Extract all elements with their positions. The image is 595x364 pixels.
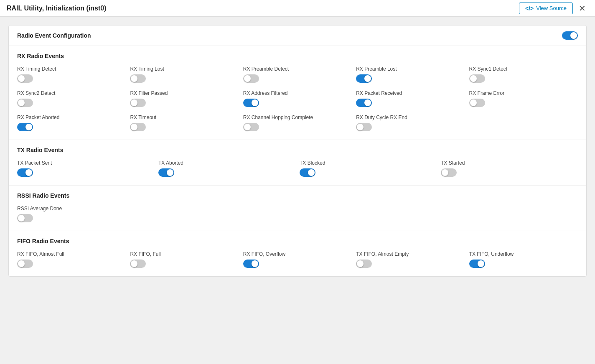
- toggle-track-rx-3: [356, 74, 372, 83]
- toggle-item-fifo-0: RX FIFO, Almost Full: [17, 251, 126, 268]
- toggle-track-tx-2: [300, 168, 315, 177]
- toggle-item-rx-1: RX Timing Lost: [130, 66, 239, 83]
- toggle-switch-rx-6[interactable]: [130, 99, 146, 107]
- page-title: RAIL Utility, Initialization (inst0): [7, 5, 107, 12]
- toggle-item-rx-7: RX Address Filtered: [243, 90, 352, 107]
- toggle-switch-rx-10[interactable]: [17, 123, 33, 131]
- toggle-item-rx-11: RX Timeout: [130, 115, 239, 131]
- toggle-label-rx-1: RX Timing Lost: [130, 66, 239, 72]
- toggle-track-fifo-2: [243, 260, 259, 268]
- toggle-label-rx-0: RX Timing Detect: [17, 66, 126, 72]
- toggle-track-rx-11: [130, 123, 146, 131]
- toggle-track-fifo-4: [469, 260, 485, 268]
- title-bar: RAIL Utility, Initialization (inst0) </>…: [0, 0, 595, 17]
- toggle-thumb-fifo-1: [131, 260, 137, 267]
- toggle-switch-rx-8[interactable]: [356, 99, 372, 107]
- toggle-switch-rx-1[interactable]: [130, 74, 146, 83]
- toggle-switch-rx-12[interactable]: [243, 123, 259, 131]
- toggle-switch-tx-1[interactable]: [158, 168, 174, 177]
- toggle-track-tx-1: [158, 168, 174, 177]
- section-fifo-title: FIFO Radio Events: [17, 238, 578, 244]
- toggle-track-rx-9: [469, 99, 485, 107]
- toggle-thumb-fifo-4: [478, 260, 484, 267]
- toggle-thumb-rx-12: [244, 124, 251, 130]
- radio-event-config-card: Radio Event Configuration RX Radio Event…: [8, 25, 587, 277]
- toggle-label-rx-6: RX Filter Passed: [130, 90, 239, 96]
- toggle-switch-tx-0[interactable]: [17, 168, 33, 177]
- toggle-label-tx-0: TX Packet Sent: [17, 160, 154, 166]
- toggle-label-fifo-4: TX FIFO, Underflow: [469, 251, 578, 257]
- toggle-label-fifo-3: TX FIFO, Almost Empty: [356, 251, 465, 257]
- toggle-item-rx-8: RX Packet Received: [356, 90, 465, 107]
- toggle-item-rx-10: RX Packet Aborted: [17, 115, 126, 131]
- toggle-thumb-rx-13: [357, 124, 364, 130]
- toggle-track-rx-4: [469, 74, 485, 83]
- toggle-item-tx-3: TX Started: [441, 160, 578, 177]
- toggle-switch-tx-3[interactable]: [441, 168, 457, 177]
- toggle-item-rx-3: RX Preamble Lost: [356, 66, 465, 83]
- toggle-switch-rx-3[interactable]: [356, 74, 372, 83]
- toggle-item-tx-2: TX Blocked: [300, 160, 437, 177]
- toggle-track-rx-12: [243, 123, 259, 131]
- toggle-track-rx-7: [243, 99, 259, 107]
- toggle-switch-fifo-3[interactable]: [356, 260, 372, 268]
- toggle-switch-rx-7[interactable]: [243, 99, 259, 107]
- toggle-thumb-rx-0: [18, 75, 25, 82]
- toggle-item-tx-0: TX Packet Sent: [17, 160, 154, 177]
- toggle-switch-rx-13[interactable]: [356, 123, 372, 131]
- toggle-switch-fifo-4[interactable]: [469, 260, 485, 268]
- toggle-label-tx-1: TX Aborted: [158, 160, 295, 166]
- toggle-item-rx-2: RX Preamble Detect: [243, 66, 352, 83]
- toggle-label-rx-12: RX Channel Hopping Complete: [243, 115, 352, 120]
- toggle-switch-rssi-0[interactable]: [17, 214, 33, 222]
- main-content: Radio Event Configuration RX Radio Event…: [0, 17, 595, 364]
- section-rx-title: RX Radio Events: [17, 53, 578, 59]
- toggle-thumb-rx-4: [470, 75, 477, 82]
- toggle-item-fifo-3: TX FIFO, Almost Empty: [356, 251, 465, 268]
- card-master-toggle[interactable]: [562, 31, 578, 40]
- view-source-label: View Source: [536, 5, 567, 11]
- card-header-title: Radio Event Configuration: [17, 32, 91, 39]
- toggle-track-tx-0: [17, 168, 33, 177]
- toggle-thumb-rx-2: [244, 75, 251, 82]
- toggle-thumb-rssi-0: [18, 215, 25, 221]
- section-tx-title: TX Radio Events: [17, 147, 578, 153]
- toggle-track-rx-8: [356, 99, 372, 107]
- toggle-label-rx-8: RX Packet Received: [356, 90, 465, 96]
- toggle-switch-fifo-2[interactable]: [243, 260, 259, 268]
- toggle-switch-rx-9[interactable]: [469, 99, 485, 107]
- toggle-item-fifo-1: RX FIFO, Full: [130, 251, 239, 268]
- view-source-button[interactable]: </> View Source: [519, 3, 573, 14]
- toggle-item-rx-13: RX Duty Cycle RX End: [356, 115, 465, 131]
- toggle-thumb-tx-0: [25, 169, 32, 176]
- toggle-track-rx-6: [130, 99, 146, 107]
- toggle-item-fifo-2: RX FIFO, Overflow: [243, 251, 352, 268]
- toggle-switch-tx-2[interactable]: [300, 168, 315, 177]
- section-rx-grid: RX Timing DetectRX Timing LostRX Preambl…: [17, 66, 578, 131]
- title-bar-actions: </> View Source ✕: [519, 3, 588, 14]
- toggle-switch-rx-0[interactable]: [17, 74, 33, 83]
- toggle-switch-rx-2[interactable]: [243, 74, 259, 83]
- toggle-label-tx-3: TX Started: [441, 160, 578, 166]
- toggle-switch-rx-5[interactable]: [17, 99, 33, 107]
- toggle-item-fifo-4: TX FIFO, Underflow: [469, 251, 578, 268]
- section-rssi: RSSI Radio EventsRSSI Average Done: [9, 186, 586, 231]
- close-button[interactable]: ✕: [576, 3, 588, 13]
- section-fifo: FIFO Radio EventsRX FIFO, Almost FullRX …: [9, 231, 586, 276]
- toggle-switch-fifo-1[interactable]: [130, 260, 146, 268]
- toggle-label-rx-11: RX Timeout: [130, 115, 239, 120]
- toggle-switch-rx-11[interactable]: [130, 123, 146, 131]
- toggle-thumb-fifo-2: [252, 260, 258, 267]
- toggle-label-rx-9: RX Frame Error: [469, 90, 578, 96]
- toggle-track-rssi-0: [17, 214, 33, 222]
- toggle-thumb-tx-3: [442, 169, 448, 176]
- sections-container: RX Radio EventsRX Timing DetectRX Timing…: [9, 46, 586, 276]
- toggle-switch-fifo-0[interactable]: [17, 260, 33, 268]
- toggle-thumb-rx-10: [25, 124, 32, 130]
- card-master-toggle-track: [562, 31, 578, 40]
- toggle-thumb-rx-3: [364, 75, 371, 82]
- toggle-track-fifo-1: [130, 260, 146, 268]
- toggle-switch-rx-4[interactable]: [469, 74, 485, 83]
- toggle-label-rx-2: RX Preamble Detect: [243, 66, 352, 72]
- toggle-track-rx-2: [243, 74, 259, 83]
